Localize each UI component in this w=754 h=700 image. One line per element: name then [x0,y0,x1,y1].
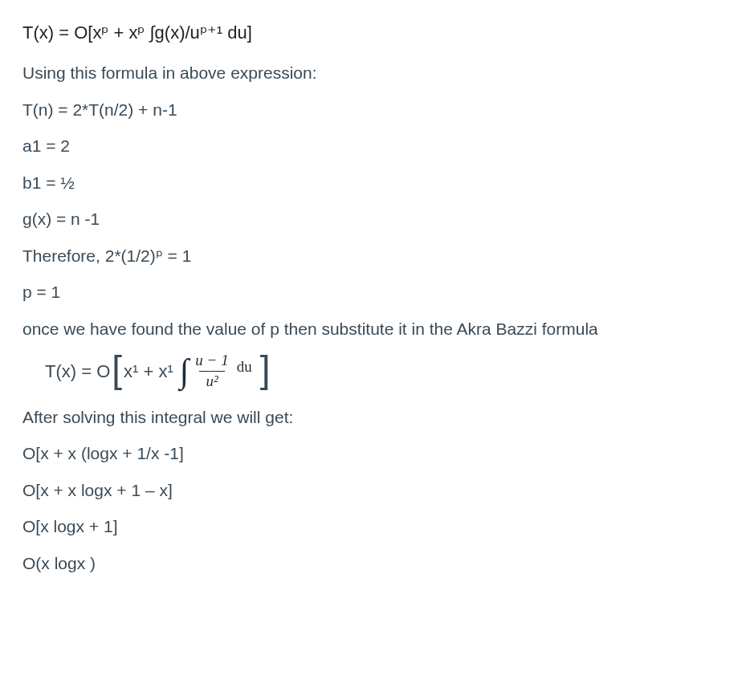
text-intro: Using this formula in above expression: [22,60,732,86]
step-recurrence: T(n) = 2*T(n/2) + n-1 [22,97,732,123]
step-b1: b1 = ½ [22,170,732,196]
fraction: u − 1 u² [192,352,231,390]
integral-formula: T(x) = O [ x¹ + x¹ ∫ u − 1 u² du ] [45,352,732,390]
result-2: O[x + x logx + 1 – x] [22,478,732,503]
integral-lead: T(x) = O [45,358,110,385]
formula-top: T(x) = O[xᵖ + xᵖ ∫g(x)/uᵖ⁺¹ du] [22,19,732,46]
step-a1: a1 = 2 [22,133,732,159]
integral-symbol-icon: ∫ [180,354,190,388]
left-bracket-icon: [ [110,351,124,388]
text-after: After solving this integral we will get: [22,405,732,430]
du: du [237,356,252,379]
result-4: O(x logx ) [22,551,732,576]
result-1: O[x + x (logx + 1/x -1] [22,441,732,466]
step-substitute: once we have found the value of p then s… [22,316,732,342]
integral-middle: x¹ + x¹ [124,358,173,385]
step-p: p = 1 [22,279,732,305]
integral-box: ∫ u − 1 u² du [180,352,252,390]
step-therefore: Therefore, 2*(1/2)ᵖ = 1 [22,243,732,269]
fraction-denominator: u² [199,371,224,390]
fraction-numerator: u − 1 [192,352,231,371]
right-bracket-icon: ] [259,351,272,388]
result-3: O[x logx + 1] [22,514,732,539]
step-g: g(x) = n -1 [22,206,732,232]
